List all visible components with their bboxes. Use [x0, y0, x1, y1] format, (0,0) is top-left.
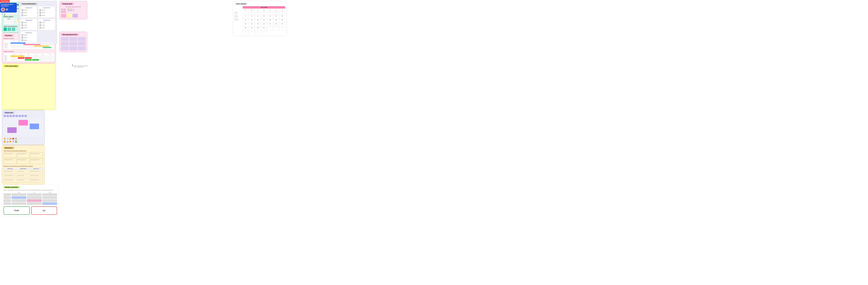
truth2-cell — [42, 199, 57, 202]
phase-rows: Task 1 Task 2 — [4, 55, 53, 61]
start-date-value: MM / DD / YY — [68, 8, 74, 10]
person-row: Name — [21, 22, 36, 24]
emoji-row: 🏆 ⭐ 🎉 ❤️ 🎊 — [4, 138, 43, 140]
task-board-card-6: Brief description title — [30, 158, 43, 164]
thumbsup-emoji: 👍 — [6, 140, 8, 142]
calendar-grid: 1 2 3 4 5 6 7 8 9 10 11 12 13 14 15 16 1 — [243, 11, 285, 34]
lie-cell — [27, 196, 41, 199]
sidebar-ooo: OOO — [235, 13, 242, 15]
ref-cell: Enter brief link — [17, 175, 29, 178]
kanban-card — [4, 20, 14, 22]
play-button[interactable]: ▶ — [6, 8, 8, 11]
ref-cell: Brief description link — [30, 175, 42, 178]
ref-col-resources: Resources — [30, 168, 43, 170]
person-avatar — [21, 14, 24, 17]
main-canvas: Start here! Coordinate projects team spa… — [0, 0, 289, 218]
cal-day: 13 — [279, 15, 285, 19]
metrics-label: METRICS — [61, 11, 67, 13]
ref-docs-title: Reference documents and stakeholder upda… — [4, 165, 43, 167]
cal-day: 22 — [249, 23, 255, 27]
shoutout-banner — [4, 115, 43, 117]
cal-day: 2 — [243, 31, 249, 34]
person-avatar — [21, 36, 24, 39]
departments-grid: Department Name Name Name Department — [20, 6, 55, 30]
cal-day: 20 — [279, 19, 285, 23]
start-date-label: Start date — [61, 8, 67, 10]
avatar: 👤 — [1, 7, 5, 11]
person-row: Name — [21, 11, 36, 14]
dept-name-1: Department — [21, 7, 36, 8]
col-truth2: Truth — [42, 192, 57, 193]
ref-cell: Enter brief link — [17, 170, 29, 173]
end-date-row: End date MM / DD / YY — [61, 10, 86, 11]
final-deliverables-title: Final deliverables — [4, 65, 19, 67]
person-row: Name — [39, 24, 54, 26]
person-avatar — [39, 14, 41, 17]
goal-fields: Start date MM / DD / YY End date MM / DD… — [61, 8, 86, 13]
ref-cell: Brief description link — [4, 175, 17, 178]
phase-row-1: Task 1 — [4, 55, 53, 57]
dept-name-3: Department — [21, 20, 36, 21]
cal-day: 24 — [261, 23, 267, 27]
party-emoji: 🎉 — [9, 138, 11, 140]
sticky-notes-row — [61, 14, 86, 18]
teams-panel-title: Teams/stakeholders — [20, 3, 37, 5]
person-avatar — [21, 39, 24, 41]
resources-panel: Resources Task boards and project dashbo… — [2, 145, 45, 184]
timelines-title: Timelines — [4, 34, 13, 37]
person-row: Name — [39, 22, 54, 24]
smile-emoji: 😊 — [4, 140, 6, 142]
cal-day-headers: S M T W T F S — [243, 9, 285, 11]
person-avatar — [21, 24, 24, 26]
cal-day: 6 — [279, 11, 285, 15]
person-row: Name — [21, 27, 36, 29]
cal-day: 31 — [261, 27, 267, 30]
truth-answer-box: Truth — [4, 207, 30, 215]
ref-cell: Brief description link — [4, 179, 17, 182]
kanban-col-done: Done — [4, 18, 14, 25]
department-card-3: Department Name Name Name — [20, 19, 37, 30]
sidebar-events: Events — [235, 17, 242, 19]
lie-cell — [27, 193, 41, 196]
ref-row-1: Brief description link Enter brief link … — [4, 170, 43, 174]
ref-col-stakeholder: Stakeholder — [17, 168, 30, 170]
sidebar-holidays: Holidays — [235, 12, 242, 13]
icebreaker-title: Weekly icebreaker — [4, 186, 20, 188]
person-avatar — [39, 9, 41, 11]
sticky-note-yellow — [67, 14, 72, 18]
shoutout-sticky-purple — [7, 127, 17, 133]
banner-flag-3 — [9, 115, 12, 117]
truth-lie-answer-boxes: Truth Lie — [4, 207, 57, 215]
cal-day: 5 — [273, 11, 279, 15]
ref-cell: Brief description link — [4, 170, 17, 173]
sticky-note-lavender — [72, 14, 78, 18]
truth-cell — [11, 193, 26, 196]
shoutouts-title: Shout-outs — [4, 112, 14, 114]
cal-day: 16 — [255, 19, 261, 23]
cal-day — [243, 11, 249, 15]
phase1-timeline-chart: W1 W2 W3 W4 W5 W6 Task 1 — [4, 53, 54, 62]
wa-grid — [61, 37, 86, 50]
cal-day: 23 — [255, 23, 261, 27]
table-row — [4, 196, 57, 199]
banner-flag-6 — [19, 115, 21, 117]
resources-title: Resources — [4, 147, 14, 149]
cal-day: 8 — [249, 15, 255, 19]
cal-day: 21 — [243, 23, 249, 27]
intro-card: Coordinate projects team spaces 👤 ▶ — [0, 3, 17, 12]
person-avatar — [39, 22, 41, 24]
person-avatar — [39, 11, 41, 14]
gantt-bar — [23, 44, 40, 45]
wa-cell — [69, 41, 77, 46]
final-deliverables-panel: Final deliverables — [2, 63, 56, 110]
goal-statement: [Program goal statement] — [61, 6, 86, 7]
cal-day: 29 — [249, 27, 255, 30]
icebreaker-note: Here is a description of what to do with… — [74, 65, 89, 67]
announce-icon-2 — [8, 28, 11, 31]
person-row: Name — [39, 9, 54, 11]
cal-day: 25 — [267, 23, 273, 27]
banner-flag-2 — [6, 115, 9, 117]
cal-day — [273, 27, 279, 30]
ref-col-reference: Reference — [4, 168, 17, 170]
cal-day: 14 — [243, 19, 249, 23]
